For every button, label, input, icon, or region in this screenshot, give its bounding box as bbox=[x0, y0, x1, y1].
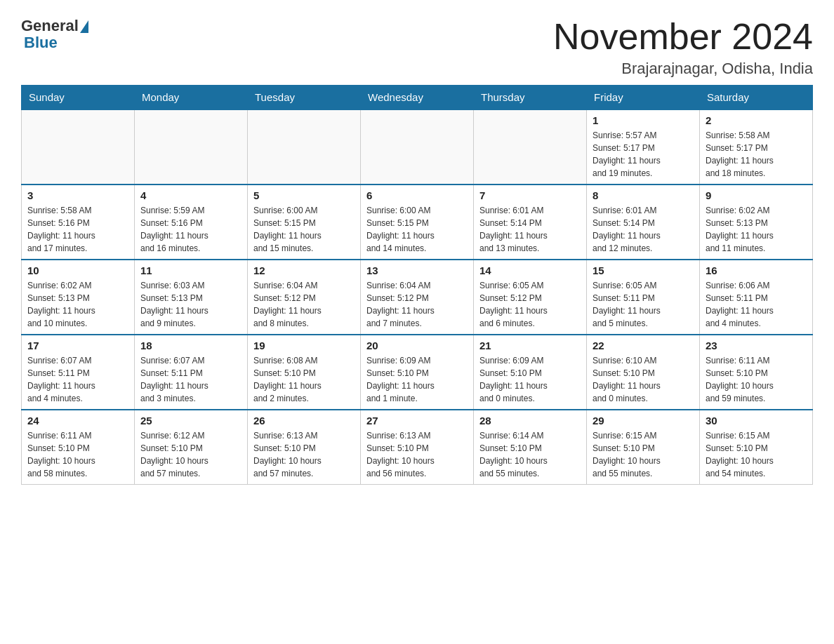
table-cell: 12Sunrise: 6:04 AM Sunset: 5:12 PM Dayli… bbox=[248, 260, 361, 335]
logo: General Blue bbox=[21, 17, 88, 52]
day-number: 16 bbox=[706, 264, 807, 276]
table-cell: 7Sunrise: 6:01 AM Sunset: 5:14 PM Daylig… bbox=[474, 185, 587, 260]
location-title: Brajarajnagar, Odisha, India bbox=[553, 60, 813, 78]
day-number: 17 bbox=[27, 340, 128, 351]
day-info: Sunrise: 6:11 AM Sunset: 5:10 PM Dayligh… bbox=[27, 429, 128, 480]
table-cell: 25Sunrise: 6:12 AM Sunset: 5:10 PM Dayli… bbox=[135, 410, 248, 485]
table-cell: 20Sunrise: 6:09 AM Sunset: 5:10 PM Dayli… bbox=[361, 335, 474, 410]
week-row-2: 3Sunrise: 5:58 AM Sunset: 5:16 PM Daylig… bbox=[22, 185, 813, 260]
table-cell: 11Sunrise: 6:03 AM Sunset: 5:13 PM Dayli… bbox=[135, 260, 248, 335]
table-cell: 26Sunrise: 6:13 AM Sunset: 5:10 PM Dayli… bbox=[248, 410, 361, 485]
day-number: 8 bbox=[593, 189, 694, 201]
table-cell: 17Sunrise: 6:07 AM Sunset: 5:11 PM Dayli… bbox=[22, 335, 135, 410]
day-info: Sunrise: 5:59 AM Sunset: 5:16 PM Dayligh… bbox=[140, 204, 241, 255]
day-info: Sunrise: 6:03 AM Sunset: 5:13 PM Dayligh… bbox=[140, 279, 241, 330]
table-cell: 9Sunrise: 6:02 AM Sunset: 5:13 PM Daylig… bbox=[700, 185, 813, 260]
day-info: Sunrise: 6:02 AM Sunset: 5:13 PM Dayligh… bbox=[706, 204, 807, 255]
table-cell: 28Sunrise: 6:14 AM Sunset: 5:10 PM Dayli… bbox=[474, 410, 587, 485]
day-info: Sunrise: 5:58 AM Sunset: 5:17 PM Dayligh… bbox=[706, 129, 807, 180]
table-cell: 5Sunrise: 6:00 AM Sunset: 5:15 PM Daylig… bbox=[248, 185, 361, 260]
day-number: 28 bbox=[479, 415, 581, 427]
day-number: 22 bbox=[593, 340, 694, 351]
day-number: 5 bbox=[253, 189, 355, 201]
table-cell bbox=[22, 109, 135, 185]
header-thursday: Thursday bbox=[474, 86, 587, 110]
day-info: Sunrise: 6:12 AM Sunset: 5:10 PM Dayligh… bbox=[140, 429, 241, 480]
table-cell: 8Sunrise: 6:01 AM Sunset: 5:14 PM Daylig… bbox=[587, 185, 700, 260]
table-cell: 14Sunrise: 6:05 AM Sunset: 5:12 PM Dayli… bbox=[474, 260, 587, 335]
day-info: Sunrise: 6:05 AM Sunset: 5:12 PM Dayligh… bbox=[479, 279, 581, 330]
logo-triangle-icon bbox=[80, 20, 88, 33]
day-number: 14 bbox=[479, 264, 581, 276]
day-info: Sunrise: 6:08 AM Sunset: 5:10 PM Dayligh… bbox=[253, 354, 355, 405]
day-info: Sunrise: 6:13 AM Sunset: 5:10 PM Dayligh… bbox=[253, 429, 355, 480]
day-number: 24 bbox=[27, 415, 128, 427]
day-number: 18 bbox=[140, 340, 241, 351]
day-info: Sunrise: 6:00 AM Sunset: 5:15 PM Dayligh… bbox=[253, 204, 355, 255]
day-info: Sunrise: 6:15 AM Sunset: 5:10 PM Dayligh… bbox=[706, 429, 807, 480]
day-number: 20 bbox=[366, 340, 468, 351]
day-info: Sunrise: 5:57 AM Sunset: 5:17 PM Dayligh… bbox=[593, 129, 694, 180]
table-cell: 27Sunrise: 6:13 AM Sunset: 5:10 PM Dayli… bbox=[361, 410, 474, 485]
day-info: Sunrise: 6:13 AM Sunset: 5:10 PM Dayligh… bbox=[366, 429, 468, 480]
day-number: 23 bbox=[706, 340, 807, 351]
day-number: 10 bbox=[27, 264, 128, 276]
day-info: Sunrise: 6:14 AM Sunset: 5:10 PM Dayligh… bbox=[479, 429, 581, 480]
day-info: Sunrise: 6:01 AM Sunset: 5:14 PM Dayligh… bbox=[593, 204, 694, 255]
day-number: 15 bbox=[593, 264, 694, 276]
table-cell: 15Sunrise: 6:05 AM Sunset: 5:11 PM Dayli… bbox=[587, 260, 700, 335]
day-info: Sunrise: 6:00 AM Sunset: 5:15 PM Dayligh… bbox=[366, 204, 468, 255]
table-cell: 30Sunrise: 6:15 AM Sunset: 5:10 PM Dayli… bbox=[700, 410, 813, 485]
day-info: Sunrise: 6:11 AM Sunset: 5:10 PM Dayligh… bbox=[706, 354, 807, 405]
table-cell: 6Sunrise: 6:00 AM Sunset: 5:15 PM Daylig… bbox=[361, 185, 474, 260]
day-number: 7 bbox=[479, 189, 581, 201]
header-sunday: Sunday bbox=[22, 86, 135, 110]
logo-general-text: General bbox=[21, 17, 79, 35]
table-cell: 10Sunrise: 6:02 AM Sunset: 5:13 PM Dayli… bbox=[22, 260, 135, 335]
day-number: 9 bbox=[706, 189, 807, 201]
day-info: Sunrise: 6:07 AM Sunset: 5:11 PM Dayligh… bbox=[140, 354, 241, 405]
table-cell: 3Sunrise: 5:58 AM Sunset: 5:16 PM Daylig… bbox=[22, 185, 135, 260]
table-cell: 24Sunrise: 6:11 AM Sunset: 5:10 PM Dayli… bbox=[22, 410, 135, 485]
calendar-header-row: Sunday Monday Tuesday Wednesday Thursday… bbox=[22, 86, 813, 110]
table-cell: 21Sunrise: 6:09 AM Sunset: 5:10 PM Dayli… bbox=[474, 335, 587, 410]
table-cell: 1Sunrise: 5:57 AM Sunset: 5:17 PM Daylig… bbox=[587, 109, 700, 185]
table-cell: 19Sunrise: 6:08 AM Sunset: 5:10 PM Dayli… bbox=[248, 335, 361, 410]
header-wednesday: Wednesday bbox=[361, 86, 474, 110]
page-header: General Blue November 2024 Brajarajnagar… bbox=[21, 17, 813, 78]
table-cell bbox=[135, 109, 248, 185]
week-row-1: 1Sunrise: 5:57 AM Sunset: 5:17 PM Daylig… bbox=[22, 109, 813, 185]
table-cell: 16Sunrise: 6:06 AM Sunset: 5:11 PM Dayli… bbox=[700, 260, 813, 335]
table-cell: 13Sunrise: 6:04 AM Sunset: 5:12 PM Dayli… bbox=[361, 260, 474, 335]
day-info: Sunrise: 6:06 AM Sunset: 5:11 PM Dayligh… bbox=[706, 279, 807, 330]
logo-blue-text: Blue bbox=[24, 34, 58, 52]
table-cell bbox=[361, 109, 474, 185]
week-row-5: 24Sunrise: 6:11 AM Sunset: 5:10 PM Dayli… bbox=[22, 410, 813, 485]
calendar-table: Sunday Monday Tuesday Wednesday Thursday… bbox=[21, 85, 813, 485]
day-info: Sunrise: 6:04 AM Sunset: 5:12 PM Dayligh… bbox=[366, 279, 468, 330]
day-number: 29 bbox=[593, 415, 694, 427]
day-info: Sunrise: 6:15 AM Sunset: 5:10 PM Dayligh… bbox=[593, 429, 694, 480]
table-cell: 4Sunrise: 5:59 AM Sunset: 5:16 PM Daylig… bbox=[135, 185, 248, 260]
table-cell: 2Sunrise: 5:58 AM Sunset: 5:17 PM Daylig… bbox=[700, 109, 813, 185]
day-info: Sunrise: 6:02 AM Sunset: 5:13 PM Dayligh… bbox=[27, 279, 128, 330]
day-number: 13 bbox=[366, 264, 468, 276]
day-number: 26 bbox=[253, 415, 355, 427]
day-info: Sunrise: 6:09 AM Sunset: 5:10 PM Dayligh… bbox=[366, 354, 468, 405]
table-cell bbox=[474, 109, 587, 185]
month-title: November 2024 bbox=[553, 17, 813, 57]
day-number: 30 bbox=[706, 415, 807, 427]
table-cell: 23Sunrise: 6:11 AM Sunset: 5:10 PM Dayli… bbox=[700, 335, 813, 410]
day-number: 4 bbox=[140, 189, 241, 201]
day-info: Sunrise: 6:01 AM Sunset: 5:14 PM Dayligh… bbox=[479, 204, 581, 255]
day-number: 1 bbox=[593, 114, 694, 126]
day-info: Sunrise: 5:58 AM Sunset: 5:16 PM Dayligh… bbox=[27, 204, 128, 255]
header-tuesday: Tuesday bbox=[248, 86, 361, 110]
table-cell bbox=[248, 109, 361, 185]
day-number: 25 bbox=[140, 415, 241, 427]
logo-general: General bbox=[21, 17, 88, 35]
week-row-3: 10Sunrise: 6:02 AM Sunset: 5:13 PM Dayli… bbox=[22, 260, 813, 335]
week-row-4: 17Sunrise: 6:07 AM Sunset: 5:11 PM Dayli… bbox=[22, 335, 813, 410]
day-number: 27 bbox=[366, 415, 468, 427]
day-number: 12 bbox=[253, 264, 355, 276]
